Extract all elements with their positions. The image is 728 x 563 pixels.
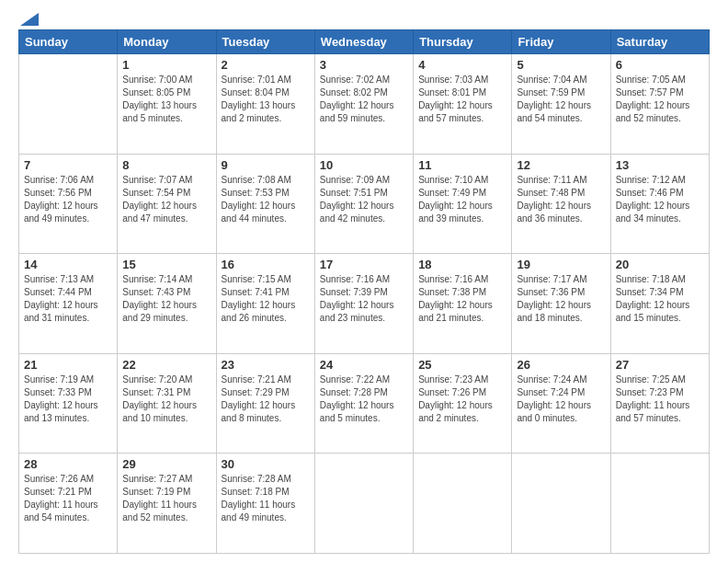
day-number: 25	[418, 358, 506, 372]
day-info: Sunrise: 7:04 AM Sunset: 7:59 PM Dayligh…	[517, 74, 605, 125]
calendar-cell: 25Sunrise: 7:23 AM Sunset: 7:26 PM Dayli…	[414, 353, 512, 454]
calendar-header-tuesday: Tuesday	[216, 30, 314, 54]
calendar-cell: 6Sunrise: 7:05 AM Sunset: 7:57 PM Daylig…	[610, 54, 709, 155]
day-number: 9	[222, 158, 310, 172]
day-number: 7	[24, 158, 112, 172]
day-info: Sunrise: 7:21 AM Sunset: 7:29 PM Dayligh…	[222, 373, 310, 425]
day-number: 6	[616, 58, 704, 72]
calendar-cell: 3Sunrise: 7:02 AM Sunset: 8:02 PM Daylig…	[314, 54, 413, 155]
day-info: Sunrise: 7:27 AM Sunset: 7:19 PM Dayligh…	[122, 473, 210, 524]
day-number: 21	[24, 358, 112, 372]
day-number: 27	[616, 358, 704, 372]
calendar-cell	[610, 454, 709, 554]
day-info: Sunrise: 7:00 AM Sunset: 8:05 PM Dayligh…	[122, 74, 210, 125]
calendar-header-monday: Monday	[118, 30, 216, 54]
calendar-cell: 2Sunrise: 7:01 AM Sunset: 8:04 PM Daylig…	[216, 54, 314, 155]
calendar-cell: 24Sunrise: 7:22 AM Sunset: 7:28 PM Dayli…	[314, 353, 413, 454]
calendar-cell: 10Sunrise: 7:09 AM Sunset: 7:51 PM Dayli…	[314, 154, 413, 254]
day-info: Sunrise: 7:09 AM Sunset: 7:51 PM Dayligh…	[320, 174, 408, 225]
day-info: Sunrise: 7:06 AM Sunset: 7:56 PM Dayligh…	[24, 174, 112, 225]
header	[18, 17, 710, 20]
calendar-week-row: 7Sunrise: 7:06 AM Sunset: 7:56 PM Daylig…	[19, 154, 710, 254]
calendar-week-row: 28Sunrise: 7:26 AM Sunset: 7:21 PM Dayli…	[19, 454, 710, 554]
day-number: 28	[24, 457, 112, 471]
calendar-header-row: SundayMondayTuesdayWednesdayThursdayFrid…	[19, 30, 710, 54]
day-number: 14	[24, 258, 112, 271]
day-info: Sunrise: 7:20 AM Sunset: 7:31 PM Dayligh…	[122, 373, 210, 425]
logo	[18, 17, 39, 20]
calendar-cell: 12Sunrise: 7:11 AM Sunset: 7:48 PM Dayli…	[512, 154, 610, 254]
calendar-cell: 19Sunrise: 7:17 AM Sunset: 7:36 PM Dayli…	[512, 254, 610, 354]
day-number: 8	[122, 158, 210, 172]
day-number: 12	[517, 158, 605, 172]
day-number: 23	[222, 358, 310, 372]
calendar-cell: 23Sunrise: 7:21 AM Sunset: 7:29 PM Dayli…	[216, 353, 314, 454]
page: SundayMondayTuesdayWednesdayThursdayFrid…	[0, 0, 728, 563]
calendar-cell: 20Sunrise: 7:18 AM Sunset: 7:34 PM Dayli…	[610, 254, 709, 354]
day-number: 24	[320, 358, 408, 372]
calendar-cell	[19, 54, 118, 155]
day-number: 30	[222, 457, 310, 471]
calendar-header-thursday: Thursday	[414, 30, 512, 54]
calendar-cell: 26Sunrise: 7:24 AM Sunset: 7:24 PM Dayli…	[512, 353, 610, 454]
day-info: Sunrise: 7:17 AM Sunset: 7:36 PM Dayligh…	[517, 273, 605, 325]
day-info: Sunrise: 7:25 AM Sunset: 7:23 PM Dayligh…	[616, 373, 704, 425]
day-info: Sunrise: 7:28 AM Sunset: 7:18 PM Dayligh…	[222, 473, 310, 524]
day-info: Sunrise: 7:16 AM Sunset: 7:38 PM Dayligh…	[418, 273, 506, 325]
day-number: 1	[122, 58, 210, 72]
day-info: Sunrise: 7:11 AM Sunset: 7:48 PM Dayligh…	[517, 174, 605, 225]
calendar-cell: 13Sunrise: 7:12 AM Sunset: 7:46 PM Dayli…	[610, 154, 709, 254]
calendar-cell: 28Sunrise: 7:26 AM Sunset: 7:21 PM Dayli…	[19, 454, 118, 554]
calendar-cell: 27Sunrise: 7:25 AM Sunset: 7:23 PM Dayli…	[610, 353, 709, 454]
day-info: Sunrise: 7:15 AM Sunset: 7:41 PM Dayligh…	[222, 273, 310, 325]
day-number: 10	[320, 158, 408, 172]
day-info: Sunrise: 7:01 AM Sunset: 8:04 PM Dayligh…	[222, 74, 310, 125]
calendar-week-row: 21Sunrise: 7:19 AM Sunset: 7:33 PM Dayli…	[19, 353, 710, 454]
day-info: Sunrise: 7:08 AM Sunset: 7:53 PM Dayligh…	[222, 174, 310, 225]
calendar-cell: 5Sunrise: 7:04 AM Sunset: 7:59 PM Daylig…	[512, 54, 610, 155]
svg-marker-0	[20, 13, 39, 26]
day-info: Sunrise: 7:12 AM Sunset: 7:46 PM Dayligh…	[616, 174, 704, 225]
calendar-cell: 14Sunrise: 7:13 AM Sunset: 7:44 PM Dayli…	[19, 254, 118, 354]
day-info: Sunrise: 7:18 AM Sunset: 7:34 PM Dayligh…	[616, 273, 704, 325]
day-number: 20	[616, 258, 704, 271]
day-number: 19	[517, 258, 605, 271]
calendar-cell: 18Sunrise: 7:16 AM Sunset: 7:38 PM Dayli…	[414, 254, 512, 354]
day-info: Sunrise: 7:16 AM Sunset: 7:39 PM Dayligh…	[320, 273, 408, 325]
calendar-header-saturday: Saturday	[610, 30, 709, 54]
day-number: 5	[517, 58, 605, 72]
day-number: 15	[122, 258, 210, 271]
day-info: Sunrise: 7:24 AM Sunset: 7:24 PM Dayligh…	[517, 373, 605, 425]
calendar-table: SundayMondayTuesdayWednesdayThursdayFrid…	[18, 29, 710, 554]
calendar-cell	[512, 454, 610, 554]
day-info: Sunrise: 7:19 AM Sunset: 7:33 PM Dayligh…	[24, 373, 112, 425]
day-info: Sunrise: 7:22 AM Sunset: 7:28 PM Dayligh…	[320, 373, 408, 425]
calendar-cell: 15Sunrise: 7:14 AM Sunset: 7:43 PM Dayli…	[118, 254, 216, 354]
calendar-cell: 29Sunrise: 7:27 AM Sunset: 7:19 PM Dayli…	[118, 454, 216, 554]
day-info: Sunrise: 7:02 AM Sunset: 8:02 PM Dayligh…	[320, 74, 408, 125]
calendar-cell: 4Sunrise: 7:03 AM Sunset: 8:01 PM Daylig…	[414, 54, 512, 155]
day-info: Sunrise: 7:07 AM Sunset: 7:54 PM Dayligh…	[122, 174, 210, 225]
day-number: 3	[320, 58, 408, 72]
day-number: 16	[222, 258, 310, 271]
day-number: 13	[616, 158, 704, 172]
logo-icon	[20, 13, 39, 26]
day-number: 17	[320, 258, 408, 271]
calendar-cell	[414, 454, 512, 554]
calendar-cell: 11Sunrise: 7:10 AM Sunset: 7:49 PM Dayli…	[414, 154, 512, 254]
day-number: 26	[517, 358, 605, 372]
calendar-cell: 17Sunrise: 7:16 AM Sunset: 7:39 PM Dayli…	[314, 254, 413, 354]
calendar-week-row: 1Sunrise: 7:00 AM Sunset: 8:05 PM Daylig…	[19, 54, 710, 155]
day-info: Sunrise: 7:13 AM Sunset: 7:44 PM Dayligh…	[24, 273, 112, 325]
calendar-cell: 21Sunrise: 7:19 AM Sunset: 7:33 PM Dayli…	[19, 353, 118, 454]
calendar-header-wednesday: Wednesday	[314, 30, 413, 54]
day-info: Sunrise: 7:03 AM Sunset: 8:01 PM Dayligh…	[418, 74, 506, 125]
day-info: Sunrise: 7:14 AM Sunset: 7:43 PM Dayligh…	[122, 273, 210, 325]
calendar-header-friday: Friday	[512, 30, 610, 54]
calendar-cell: 7Sunrise: 7:06 AM Sunset: 7:56 PM Daylig…	[19, 154, 118, 254]
day-info: Sunrise: 7:26 AM Sunset: 7:21 PM Dayligh…	[24, 473, 112, 524]
calendar-cell: 30Sunrise: 7:28 AM Sunset: 7:18 PM Dayli…	[216, 454, 314, 554]
day-number: 2	[222, 58, 310, 72]
day-info: Sunrise: 7:10 AM Sunset: 7:49 PM Dayligh…	[418, 174, 506, 225]
day-info: Sunrise: 7:05 AM Sunset: 7:57 PM Dayligh…	[616, 74, 704, 125]
